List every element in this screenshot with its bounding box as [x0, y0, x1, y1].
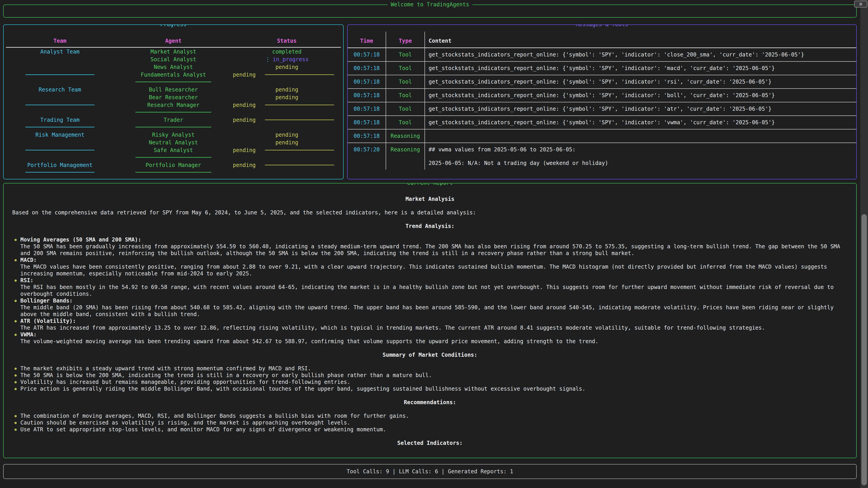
bullet-title: Moving Averages (50 SMA and 200 SMA): — [20, 236, 843, 243]
message-type: Tool — [386, 116, 425, 129]
bullet-icon — [14, 300, 17, 302]
bullet-icon — [14, 367, 17, 370]
summary-bullet-list: The market exhibits a steady upward tren… — [14, 365, 849, 392]
window-menu-icon[interactable]: ≡ — [854, 1, 867, 7]
progress-table-header: Team Agent Status — [6, 25, 341, 48]
message-content: get_stockstats_indicators_report_online:… — [425, 89, 856, 102]
team-cell — [6, 101, 114, 116]
column-header-time: Time — [348, 32, 386, 47]
bullet-item: MACD: The MACD values have been consiste… — [14, 257, 843, 277]
column-header-team: Team — [6, 37, 114, 47]
bullet-icon — [14, 375, 17, 377]
bullet-body: The MACD values have been consistently p… — [20, 263, 843, 277]
agent-cell: Safe Analyst — [114, 147, 233, 161]
report-heading-summary: Summary of Market Conditions: — [10, 352, 849, 358]
bullet-body: Use ATR to set appropriate stop-loss lev… — [20, 426, 843, 433]
bullet-title: VWMA: — [20, 331, 843, 338]
progress-panel-title: Progress — [157, 24, 190, 28]
messages-table: Time Type Content 00:57:18 Tool get_stoc… — [348, 32, 856, 170]
bullet-title: Bollinger Bands: — [20, 297, 843, 304]
status-text: pending — [233, 116, 256, 131]
bullet-body: The volume-weighted moving average has b… — [20, 338, 843, 345]
bullet-body: Volatility has increased but remains man… — [20, 379, 843, 385]
status-text: pending — [233, 147, 256, 161]
bullet-icon — [14, 259, 17, 261]
agent-cell: Portfolio Manager — [114, 162, 233, 176]
status-text: pending — [233, 162, 256, 176]
status-cell: pending — [233, 139, 341, 146]
bullet-item: VWMA: The volume-weighted moving average… — [14, 331, 843, 345]
bullet-title: RSI: — [20, 277, 843, 284]
progress-table: Team Agent Status Analyst Team Market An… — [4, 25, 343, 176]
bullet-icon — [14, 381, 17, 383]
message-content: get_stockstats_indicators_report_online:… — [425, 75, 856, 88]
bullet-item: RSI: The RSI has been mostly in the 54.9… — [14, 277, 843, 297]
message-row: 00:57:20 Reasoning ## vwma values from 2… — [348, 143, 856, 170]
team-cell — [6, 147, 114, 161]
bullet-body: The ATR has increased from approximately… — [20, 324, 843, 331]
bullet-title: MACD: — [20, 257, 843, 263]
report-intro: Based on the comprehensive data retrieve… — [12, 209, 849, 216]
bullet-icon — [14, 388, 17, 390]
bullet-item: Caution should be exercised as volatilit… — [14, 419, 843, 426]
message-time: 00:57:18 — [348, 48, 386, 61]
status-text: pending — [275, 86, 298, 93]
message-type: Tool — [386, 62, 425, 75]
message-row: 00:57:18 Tool get_stockstats_indicators_… — [348, 48, 856, 62]
message-type: Reasoning — [386, 143, 425, 170]
scrollbar-thumb[interactable] — [862, 214, 867, 485]
bullet-item: Moving Averages (50 SMA and 200 SMA): Th… — [14, 236, 843, 257]
bullet-body: The 50 SMA has been gradually increasing… — [20, 243, 843, 257]
message-content — [425, 129, 856, 142]
message-time: 00:57:18 — [348, 129, 386, 142]
bullet-icon — [14, 429, 17, 431]
recommendations-bullet-list: The combination of moving averages, MACD… — [14, 413, 849, 433]
message-row: 00:57:18 Tool get_stockstats_indicators_… — [348, 102, 856, 116]
report-body: Market Analysis Based on the comprehensi… — [4, 184, 856, 447]
bullet-item: Bollinger Bands: The middle band (20 SMA… — [14, 297, 843, 318]
status-cell: pending — [233, 101, 341, 116]
message-row: 00:57:18 Reasoning — [348, 129, 856, 143]
report-heading-trend-analysis: Trend Analysis: — [10, 223, 849, 230]
bullet-item: The 50 SMA is below the 200 SMA, indicat… — [14, 372, 843, 379]
scrollbar[interactable] — [860, 0, 868, 488]
bullet-item: ATR (Volatility): The ATR has increased … — [14, 318, 843, 331]
status-text: pending — [275, 64, 298, 71]
report-heading-market-analysis: Market Analysis — [10, 196, 849, 202]
bullet-icon — [14, 334, 17, 336]
bullet-item: The combination of moving averages, MACD… — [14, 413, 843, 419]
bullet-icon — [14, 422, 17, 424]
status-cell: pending — [233, 86, 341, 93]
team-cell — [6, 71, 114, 86]
progress-row: Social Analyst ⋮ in_progress — [6, 55, 341, 63]
status-text: pending — [233, 101, 256, 116]
bullet-item: The market exhibits a steady upward tren… — [14, 365, 843, 372]
progress-row: Trading Team Trader pending — [6, 116, 341, 131]
status-cell: completed — [233, 48, 341, 55]
report-heading-recommendations: Recommendations: — [10, 399, 849, 406]
status-text: pending — [275, 139, 298, 146]
agent-cell: Bear Researcher — [114, 94, 233, 101]
report-panel: Current Report Market Analysis Based on … — [3, 183, 857, 458]
status-text: completed — [272, 48, 302, 55]
progress-row: Research Manager pending — [6, 101, 341, 116]
message-row: 00:57:18 Tool get_stockstats_indicators_… — [348, 75, 856, 89]
status-cell: pending — [233, 64, 341, 71]
agent-cell: Research Manager — [114, 101, 233, 116]
progress-row: Analyst Team Market Analyst completed — [6, 48, 341, 55]
bullet-body: Price action is generally riding the mid… — [20, 385, 843, 392]
bullet-body: The 50 SMA is below the 200 SMA, indicat… — [20, 372, 843, 379]
messages-panel: Messages & Tools Time Type Content 00:57… — [347, 24, 857, 180]
progress-row: Neutral Analyst pending — [6, 138, 341, 146]
report-panel-title: Current Report — [404, 183, 456, 186]
status-cell: pending — [233, 147, 341, 161]
status-text: in_progress — [273, 56, 309, 63]
progress-row: Portfolio Management Portfolio Manager p… — [6, 161, 341, 176]
team-cell — [6, 139, 114, 146]
bullet-item: Volatility has increased but remains man… — [14, 379, 843, 385]
message-type: Tool — [386, 75, 425, 88]
bullet-icon — [14, 239, 17, 241]
message-content: get_stockstats_indicators_report_online:… — [425, 102, 856, 116]
agent-cell: Risky Analyst — [114, 131, 233, 138]
message-content: get_stockstats_indicators_report_online:… — [425, 48, 856, 61]
